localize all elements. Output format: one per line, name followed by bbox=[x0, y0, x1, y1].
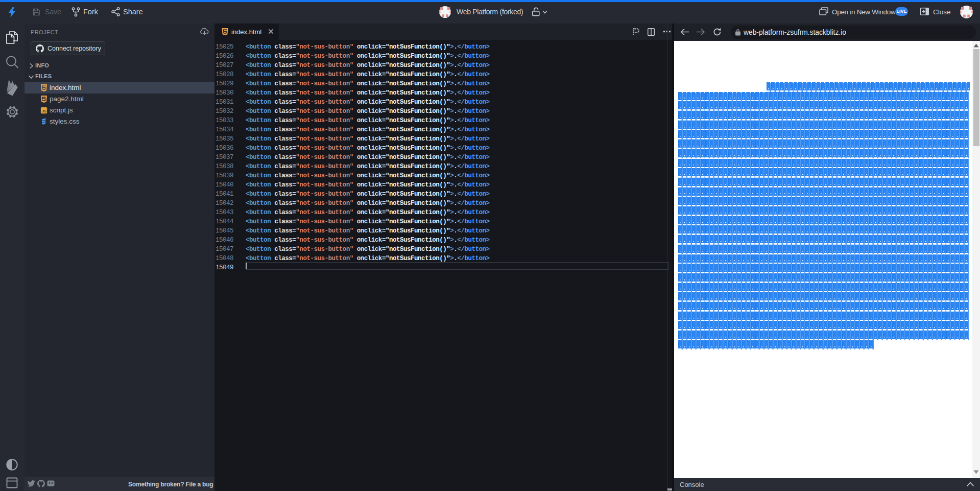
svg-text:JS: JS bbox=[42, 109, 46, 113]
